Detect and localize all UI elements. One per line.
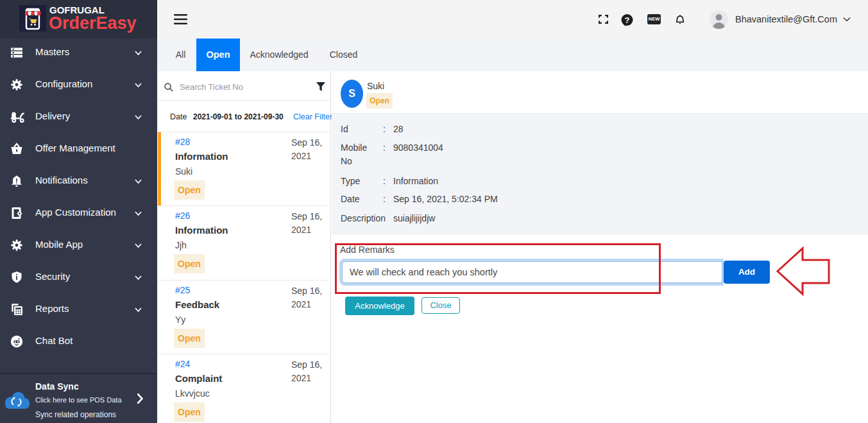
svg-text:?: ? [625, 15, 630, 25]
